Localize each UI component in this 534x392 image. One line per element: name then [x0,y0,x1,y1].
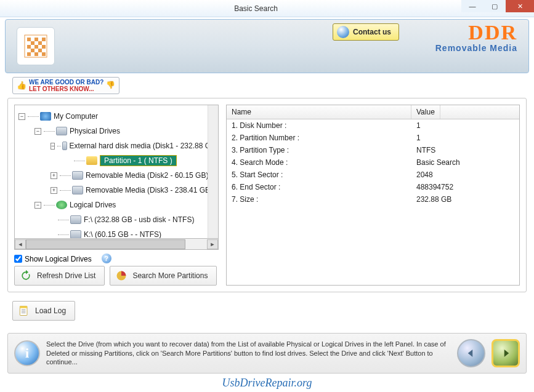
tree-logical[interactable]: Logical Drives [70,201,116,209]
svg-rect-13 [42,52,46,56]
load-log-label: Load Log [35,306,66,315]
load-log-button[interactable]: Load Log [12,301,75,321]
footer-text: Select the Drive (from which you want to… [46,340,451,367]
main-panel: −My Computer −Physical Drives −External … [7,98,527,292]
tree-f[interactable]: F:\ (232.88 GB - usb disk - NTFS) [84,215,194,224]
log-icon [18,305,30,317]
tree-rm2[interactable]: Removable Media (Disk2 - 60.15 GB) [86,171,208,180]
svg-rect-5 [38,41,42,45]
col-value[interactable]: Value [411,105,440,119]
table-row: 4. Search Mode :Basic Search [227,156,519,169]
tree-k[interactable]: K:\ (60.15 GB - - NTFS) [84,230,161,239]
close-button[interactable]: ✕ [506,0,534,12]
expand-icon[interactable]: + [51,172,57,179]
refresh-icon [20,270,32,282]
tree-vscroll[interactable] [208,105,218,238]
expand-icon[interactable]: − [18,113,25,120]
app-logo [17,27,55,65]
titlebar: Basic Search — ▢ ✕ [0,0,534,17]
table-row: 1. Disk Number :1 [227,119,519,132]
scroll-thumb[interactable] [26,239,185,249]
svg-rect-1 [27,38,31,41]
table-row: 6. End Sector :488394752 [227,181,519,193]
feedback-badge[interactable]: 👍 WE ARE GOOD OR BAD? LET OTHERS KNOW...… [12,77,119,94]
partition-icon [86,156,97,165]
svg-rect-16 [20,306,27,308]
tree-ext[interactable]: External hard disk media (Disk1 - 232.88… [70,142,218,150]
pie-icon [115,270,127,282]
contact-us-button[interactable]: Contact us [333,23,399,41]
show-logical-label: Show Logical Drives [25,255,92,263]
window-title: Basic Search [51,4,461,13]
refresh-label: Refresh Drive List [37,271,95,280]
svg-rect-10 [38,49,42,52]
tree-hscroll[interactable]: ◄ ► [14,239,219,250]
drive-icon [72,171,83,180]
col-name[interactable]: Name [227,105,411,119]
properties-table: Name Value 1. Disk Number :1 2. Partitio… [226,105,520,286]
svg-rect-6 [27,45,31,49]
table-row: 5. Start Sector :2048 [227,169,519,181]
brand-sub: Removable Media [435,43,517,53]
show-logical-checkbox[interactable]: Show Logical Drives [14,254,92,263]
svg-rect-4 [31,41,34,45]
svg-rect-9 [31,49,34,52]
svg-rect-3 [42,38,46,41]
expand-icon[interactable]: − [51,143,55,150]
drive-icon [56,127,67,135]
contact-avatar-icon [337,26,349,38]
brand-main: DDR [435,22,517,43]
back-button[interactable] [457,339,485,367]
expand-icon[interactable]: − [34,128,41,135]
badge-line2: LET OTHERS KNOW... [29,86,94,92]
svg-rect-2 [34,38,38,41]
expand-icon[interactable]: + [51,187,57,194]
footer-panel: i Select the Drive (from which you want … [7,333,527,374]
maximize-button[interactable]: ▢ [483,0,506,12]
drive-icon [62,142,67,150]
logical-icon [56,201,67,209]
refresh-drive-list-button[interactable]: Refresh Drive List [14,266,105,286]
help-icon[interactable]: ? [102,254,111,263]
drive-icon [70,230,81,239]
scroll-left-icon[interactable]: ◄ [15,239,26,249]
expand-icon[interactable]: − [34,202,41,209]
drive-icon [70,215,81,224]
drive-icon [72,186,83,194]
scroll-right-icon[interactable]: ► [207,239,218,249]
drive-tree[interactable]: −My Computer −Physical Drives −External … [14,105,219,239]
contact-label: Contact us [353,28,391,36]
svg-rect-12 [34,52,38,56]
site-link[interactable]: UsbDriveRepair.org [0,377,534,390]
badge-line1: WE ARE GOOD OR BAD? [29,79,103,86]
table-row: 7. Size :232.88 GB [227,193,519,206]
search-more-partitions-button[interactable]: Search More Partitions [110,266,217,286]
thumbs-up-icon: 👍 [17,81,26,90]
svg-rect-8 [42,45,46,49]
header-band: Contact us DDR Removable Media [5,19,529,73]
info-icon: i [14,340,40,366]
tree-rm3[interactable]: Removable Media (Disk3 - 238.41 GB) [86,186,212,194]
table-row: 3. Partition Type :NTFS [227,144,519,156]
next-button[interactable] [492,339,520,367]
svg-rect-7 [34,45,38,49]
tree-root[interactable]: My Computer [54,112,98,121]
table-row: 2. Partition Number :1 [227,132,519,144]
computer-icon [40,112,51,121]
svg-rect-11 [27,52,31,56]
tree-partition-selected[interactable]: Partition - 1 ( NTFS ) [100,155,177,166]
brand: DDR Removable Media [435,22,517,53]
tree-physical[interactable]: Physical Drives [70,127,120,135]
thumbs-down-icon: 👎 [106,81,115,89]
minimize-button[interactable]: — [461,0,483,12]
search-more-label: Search More Partitions [132,271,208,280]
